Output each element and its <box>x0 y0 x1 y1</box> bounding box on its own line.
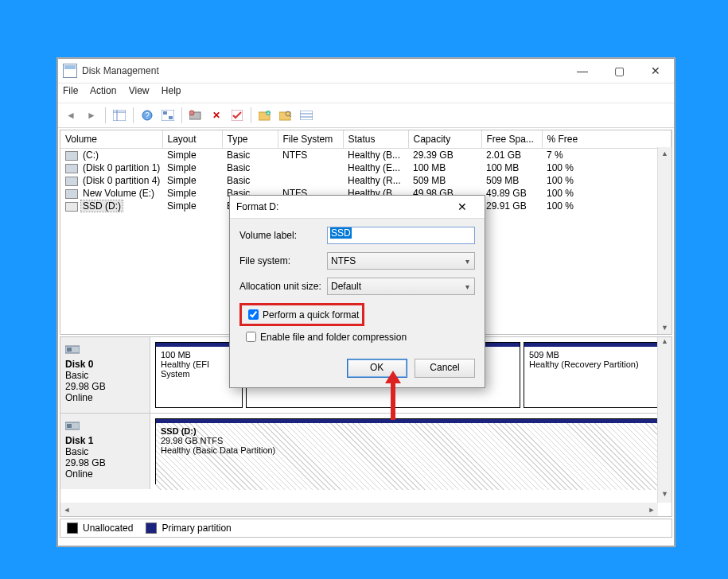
volume-label-input[interactable]: SSD <box>327 227 475 244</box>
titlebar[interactable]: Disk Management — ▢ ✕ <box>58 59 674 84</box>
legend: Unallocated Primary partition <box>60 519 672 538</box>
allocation-select[interactable]: Default <box>327 278 475 295</box>
drive-icon <box>65 189 78 199</box>
disk1-info: Disk 1 Basic 29.98 GB Online <box>60 414 150 489</box>
svg-marker-24 <box>385 371 401 420</box>
col-filesystem[interactable]: File System <box>278 130 343 149</box>
search-folder-icon[interactable] <box>276 106 295 125</box>
dialog-title: Format D: <box>236 201 446 212</box>
app-icon <box>63 64 77 78</box>
legend-swatch-primary <box>146 523 157 534</box>
back-icon[interactable]: ◄ <box>61 106 80 125</box>
disk-horizontal-scrollbar[interactable]: ◄ ► <box>60 503 658 516</box>
menu-help[interactable]: Help <box>162 85 181 96</box>
svg-rect-7 <box>169 116 173 119</box>
svg-rect-17 <box>300 111 313 120</box>
allocation-label: Allocation unit size: <box>239 281 327 292</box>
menu-action[interactable]: Action <box>90 85 116 96</box>
col-pctfree[interactable]: % Free <box>542 130 672 149</box>
toolbar: ◄ ► ? ✕ + <box>58 103 674 128</box>
delete-icon[interactable]: ✕ <box>207 106 226 125</box>
scroll-right-icon[interactable]: ► <box>645 506 658 514</box>
forward-icon[interactable]: ► <box>82 106 101 125</box>
show-tree-icon[interactable] <box>110 106 129 125</box>
table-row[interactable]: (Disk 0 partition 1)SimpleBasicHealthy (… <box>60 161 672 174</box>
disk0-info: Disk 0 Basic 29.98 GB Online <box>60 337 150 413</box>
drive-icon <box>65 164 78 173</box>
legend-swatch-unallocated <box>67 523 78 534</box>
check-icon[interactable] <box>228 106 247 125</box>
menubar: File Action View Help <box>58 84 674 103</box>
col-capacity[interactable]: Capacity <box>408 130 481 149</box>
format-dialog: Format D: ✕ Volume label: SSD File syste… <box>229 195 485 388</box>
quick-format-highlight: Perform a quick format <box>239 303 364 326</box>
menu-view[interactable]: View <box>129 85 150 96</box>
maximize-button[interactable]: ▢ <box>601 59 637 83</box>
cancel-button[interactable]: Cancel <box>415 359 475 378</box>
legend-label: Unallocated <box>83 523 133 534</box>
window-title: Disk Management <box>82 65 564 76</box>
svg-rect-0 <box>113 110 126 121</box>
col-status[interactable]: Status <box>343 130 408 149</box>
disk-vertical-scrollbar[interactable]: ▲ ▼ <box>657 337 672 503</box>
settings-icon[interactable] <box>158 106 177 125</box>
svg-text:?: ? <box>145 111 150 120</box>
vertical-scrollbar[interactable]: ▲ ▼ <box>657 147 672 334</box>
disk-row-1[interactable]: Disk 1 Basic 29.98 GB Online SSD (D:) 29… <box>60 414 672 489</box>
menu-file[interactable]: File <box>63 85 78 96</box>
drive-icon <box>65 202 78 212</box>
drive-icon <box>65 151 78 161</box>
close-button[interactable]: ✕ <box>637 59 674 83</box>
volume-label-label: Volume label: <box>239 230 327 241</box>
compression-label[interactable]: Enable file and folder compression <box>260 332 407 343</box>
svg-point-9 <box>189 111 194 115</box>
quick-format-label[interactable]: Perform a quick format <box>263 309 359 321</box>
table-row[interactable]: (Disk 0 partition 4)SimpleBasicHealthy (… <box>60 174 672 187</box>
annotation-arrow-icon <box>385 371 401 420</box>
legend-label: Primary partition <box>162 523 231 534</box>
dialog-close-button[interactable]: ✕ <box>446 200 478 213</box>
filesystem-select[interactable]: NTFS <box>327 252 475 270</box>
scroll-down-icon[interactable]: ▼ <box>658 321 672 334</box>
col-type[interactable]: Type <box>222 130 278 149</box>
compression-checkbox[interactable] <box>246 332 256 342</box>
new-folder-icon[interactable]: + <box>255 106 274 125</box>
scroll-up-icon[interactable]: ▲ <box>658 337 672 350</box>
dialog-titlebar[interactable]: Format D: ✕ <box>230 196 485 219</box>
col-free[interactable]: Free Spa... <box>481 130 542 149</box>
col-layout[interactable]: Layout <box>162 130 222 149</box>
svg-rect-6 <box>163 111 167 115</box>
minimize-button[interactable]: — <box>564 59 601 83</box>
svg-rect-23 <box>67 424 72 428</box>
scroll-up-icon[interactable]: ▲ <box>658 147 672 160</box>
svg-rect-21 <box>67 348 72 352</box>
drive-icon <box>65 177 78 186</box>
disk1-partition-ssd[interactable]: SSD (D:) 29.98 GB NTFS Healthy (Basic Da… <box>155 418 667 484</box>
action1-icon[interactable] <box>186 106 205 125</box>
scroll-left-icon[interactable]: ◄ <box>60 506 73 514</box>
quick-format-checkbox[interactable] <box>248 309 259 320</box>
svg-text:+: + <box>267 110 271 117</box>
help-icon[interactable]: ? <box>138 106 157 125</box>
filesystem-label: File system: <box>239 255 327 266</box>
table-row[interactable]: (C:)SimpleBasicNTFSHealthy (B...29.39 GB… <box>60 149 672 162</box>
disk0-partition-4[interactable]: 509 MBHealthy (Recovery Partition) <box>524 342 667 408</box>
list-icon[interactable] <box>297 106 316 125</box>
col-volume[interactable]: Volume <box>60 130 162 149</box>
scroll-down-icon[interactable]: ▼ <box>658 490 672 503</box>
